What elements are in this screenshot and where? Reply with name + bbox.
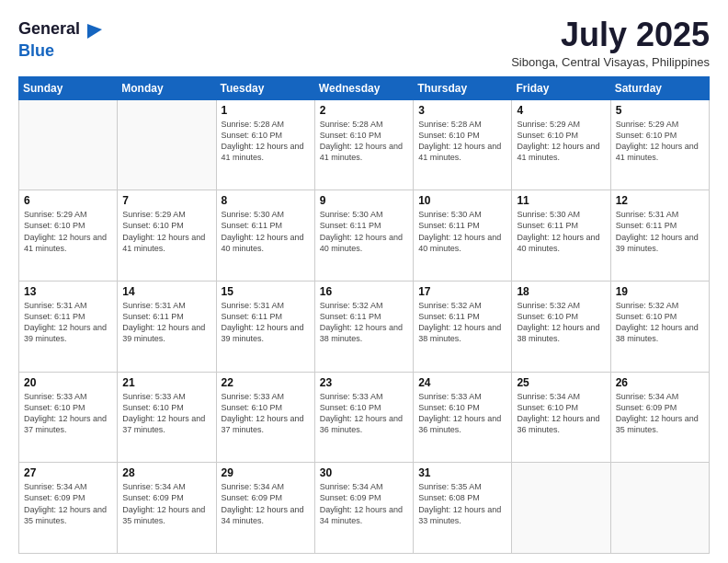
day-number: 6 [24,194,112,207]
month-title: July 2025 [511,17,710,53]
day-number: 15 [222,285,310,298]
calendar-cell: 1Sunrise: 5:28 AM Sunset: 6:10 PM Daylig… [216,99,314,190]
day-number: 20 [24,376,112,389]
day-number: 12 [616,194,704,207]
day-info: Sunrise: 5:30 AM Sunset: 6:11 PM Dayligh… [517,209,605,254]
calendar-cell: 21Sunrise: 5:33 AM Sunset: 6:10 PM Dayli… [118,372,216,463]
calendar-header-row: SundayMondayTuesdayWednesdayThursdayFrid… [19,76,710,99]
day-info: Sunrise: 5:32 AM Sunset: 6:10 PM Dayligh… [517,300,605,345]
day-number: 19 [616,285,704,298]
calendar-cell: 26Sunrise: 5:34 AM Sunset: 6:09 PM Dayli… [610,372,709,463]
logo: General Blue [18,17,108,61]
day-number: 5 [616,104,704,117]
day-number: 24 [418,376,506,389]
calendar-cell: 31Sunrise: 5:35 AM Sunset: 6:08 PM Dayli… [414,463,512,554]
calendar-cell: 11Sunrise: 5:30 AM Sunset: 6:11 PM Dayli… [512,190,610,282]
day-info: Sunrise: 5:33 AM Sunset: 6:10 PM Dayligh… [122,391,210,436]
day-info: Sunrise: 5:34 AM Sunset: 6:09 PM Dayligh… [24,481,112,526]
calendar-cell: 23Sunrise: 5:33 AM Sunset: 6:10 PM Dayli… [314,372,413,463]
calendar-cell [19,99,118,190]
day-number: 27 [24,466,112,479]
day-number: 21 [122,376,210,389]
day-info: Sunrise: 5:31 AM Sunset: 6:11 PM Dayligh… [24,300,112,345]
svg-marker-0 [87,24,102,39]
calendar-cell: 12Sunrise: 5:31 AM Sunset: 6:11 PM Dayli… [610,190,709,282]
logo-icon [82,17,108,42]
day-number: 30 [320,466,408,479]
day-number: 25 [517,376,605,389]
calendar-cell: 7Sunrise: 5:29 AM Sunset: 6:10 PM Daylig… [118,190,216,282]
day-info: Sunrise: 5:30 AM Sunset: 6:11 PM Dayligh… [222,209,310,254]
day-number: 4 [517,104,605,117]
day-info: Sunrise: 5:33 AM Sunset: 6:10 PM Dayligh… [222,391,310,436]
day-number: 29 [222,466,310,479]
day-info: Sunrise: 5:28 AM Sunset: 6:10 PM Dayligh… [418,119,506,164]
day-info: Sunrise: 5:33 AM Sunset: 6:10 PM Dayligh… [24,391,112,436]
calendar-cell: 14Sunrise: 5:31 AM Sunset: 6:11 PM Dayli… [118,281,216,372]
day-number: 22 [222,376,310,389]
day-number: 11 [517,194,605,207]
day-number: 10 [418,194,506,207]
day-info: Sunrise: 5:34 AM Sunset: 6:09 PM Dayligh… [222,481,310,526]
calendar-cell: 3Sunrise: 5:28 AM Sunset: 6:10 PM Daylig… [414,99,512,190]
header: General Blue July 2025 Sibonga, Central … [18,17,710,69]
calendar-cell: 22Sunrise: 5:33 AM Sunset: 6:10 PM Dayli… [216,372,314,463]
day-number: 9 [320,194,408,207]
day-info: Sunrise: 5:31 AM Sunset: 6:11 PM Dayligh… [616,209,704,254]
calendar-cell [610,463,709,554]
day-info: Sunrise: 5:34 AM Sunset: 6:09 PM Dayligh… [616,391,704,436]
logo-general-text: General [18,20,80,39]
day-info: Sunrise: 5:31 AM Sunset: 6:11 PM Dayligh… [222,300,310,345]
day-number: 28 [122,466,210,479]
day-info: Sunrise: 5:29 AM Sunset: 6:10 PM Dayligh… [517,119,605,164]
calendar-cell: 13Sunrise: 5:31 AM Sunset: 6:11 PM Dayli… [19,281,118,372]
calendar-cell: 15Sunrise: 5:31 AM Sunset: 6:11 PM Dayli… [216,281,314,372]
day-info: Sunrise: 5:34 AM Sunset: 6:09 PM Dayligh… [122,481,210,526]
day-info: Sunrise: 5:33 AM Sunset: 6:10 PM Dayligh… [320,391,408,436]
calendar-body: 1Sunrise: 5:28 AM Sunset: 6:10 PM Daylig… [19,99,710,553]
day-number: 23 [320,376,408,389]
day-info: Sunrise: 5:34 AM Sunset: 6:09 PM Dayligh… [320,481,408,526]
day-info: Sunrise: 5:28 AM Sunset: 6:10 PM Dayligh… [222,119,310,164]
day-info: Sunrise: 5:29 AM Sunset: 6:10 PM Dayligh… [122,209,210,254]
header-day-thursday: Thursday [414,76,512,99]
calendar-cell: 29Sunrise: 5:34 AM Sunset: 6:09 PM Dayli… [216,463,314,554]
day-info: Sunrise: 5:32 AM Sunset: 6:10 PM Dayligh… [616,300,704,345]
day-number: 7 [122,194,210,207]
day-info: Sunrise: 5:30 AM Sunset: 6:11 PM Dayligh… [418,209,506,254]
day-number: 18 [517,285,605,298]
day-number: 3 [418,104,506,117]
day-info: Sunrise: 5:29 AM Sunset: 6:10 PM Dayligh… [24,209,112,254]
calendar-cell: 17Sunrise: 5:32 AM Sunset: 6:11 PM Dayli… [414,281,512,372]
location: Sibonga, Central Visayas, Philippines [511,55,710,69]
day-info: Sunrise: 5:32 AM Sunset: 6:11 PM Dayligh… [418,300,506,345]
calendar-cell: 25Sunrise: 5:34 AM Sunset: 6:10 PM Dayli… [512,372,610,463]
header-day-saturday: Saturday [610,76,709,99]
day-number: 13 [24,285,112,298]
header-day-friday: Friday [512,76,610,99]
calendar-cell: 5Sunrise: 5:29 AM Sunset: 6:10 PM Daylig… [610,99,709,190]
day-info: Sunrise: 5:34 AM Sunset: 6:10 PM Dayligh… [517,391,605,436]
calendar-cell: 9Sunrise: 5:30 AM Sunset: 6:11 PM Daylig… [314,190,413,282]
day-info: Sunrise: 5:29 AM Sunset: 6:10 PM Dayligh… [616,119,704,164]
calendar-cell: 30Sunrise: 5:34 AM Sunset: 6:09 PM Dayli… [314,463,413,554]
header-day-monday: Monday [118,76,216,99]
calendar-week-4: 20Sunrise: 5:33 AM Sunset: 6:10 PM Dayli… [19,372,710,463]
day-number: 16 [320,285,408,298]
calendar-week-1: 1Sunrise: 5:28 AM Sunset: 6:10 PM Daylig… [19,99,710,190]
calendar-cell: 27Sunrise: 5:34 AM Sunset: 6:09 PM Dayli… [19,463,118,554]
calendar-cell: 16Sunrise: 5:32 AM Sunset: 6:11 PM Dayli… [314,281,413,372]
day-info: Sunrise: 5:30 AM Sunset: 6:11 PM Dayligh… [320,209,408,254]
day-number: 17 [418,285,506,298]
calendar-cell: 4Sunrise: 5:29 AM Sunset: 6:10 PM Daylig… [512,99,610,190]
header-day-sunday: Sunday [19,76,118,99]
page: General Blue July 2025 Sibonga, Central … [0,0,728,563]
calendar-cell: 2Sunrise: 5:28 AM Sunset: 6:10 PM Daylig… [314,99,413,190]
day-info: Sunrise: 5:33 AM Sunset: 6:10 PM Dayligh… [418,391,506,436]
calendar-cell [118,99,216,190]
calendar-cell: 20Sunrise: 5:33 AM Sunset: 6:10 PM Dayli… [19,372,118,463]
day-number: 26 [616,376,704,389]
calendar-week-5: 27Sunrise: 5:34 AM Sunset: 6:09 PM Dayli… [19,463,710,554]
day-info: Sunrise: 5:35 AM Sunset: 6:08 PM Dayligh… [418,481,506,526]
day-number: 8 [222,194,310,207]
